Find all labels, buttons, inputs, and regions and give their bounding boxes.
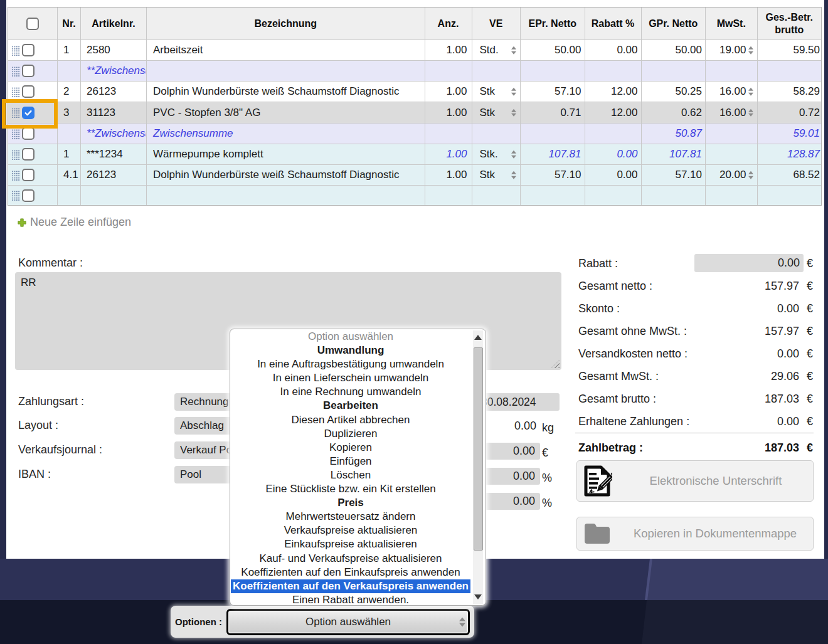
cell-mwst[interactable]: 16.00 (706, 82, 758, 102)
select-all-checkbox[interactable] (26, 18, 39, 30)
stepper-icon[interactable] (511, 88, 516, 96)
cell-art[interactable]: ***1234 (81, 144, 147, 164)
cell-mwst[interactable]: 20.00 (706, 165, 758, 185)
cell-ve[interactable]: Stk. (472, 144, 521, 164)
stepper-icon[interactable] (511, 108, 516, 117)
cell-nr[interactable]: 2 (58, 82, 81, 102)
insert-new-row-link[interactable]: Neue Zeile einfügen (18, 216, 131, 229)
dropdown-option[interactable]: Einkaufspreise aktualisieren (231, 537, 470, 551)
cell-ve[interactable]: Std. (472, 40, 521, 60)
cell-gpr[interactable]: 50.00 (642, 40, 706, 60)
cell-anz[interactable] (425, 61, 472, 81)
drag-handle-icon[interactable] (11, 66, 19, 77)
copy-to-document-folder-button[interactable]: Kopieren in Dokumentenmappe (576, 517, 814, 551)
cell-rab[interactable] (585, 124, 642, 144)
cell-epr[interactable] (521, 124, 585, 144)
cell-art[interactable]: 31123 (81, 102, 147, 123)
cell-ve[interactable]: Stk (472, 165, 521, 185)
cell-ve[interactable] (472, 61, 521, 81)
cell-art[interactable]: 2580 (81, 40, 147, 60)
dropdown-option-selected[interactable]: Koeffizienten auf den Verkaufspreis anwe… (231, 579, 470, 593)
cell-ges[interactable]: 59.01 (758, 124, 822, 144)
cell-mwst[interactable]: 19.00 (706, 40, 758, 60)
cell-rab[interactable] (585, 61, 642, 81)
cell-bez[interactable]: Zwischensumme (147, 124, 425, 144)
drag-handle-icon[interactable] (11, 87, 19, 97)
cell-anz[interactable]: 1.00 (425, 40, 472, 60)
cell-ges[interactable]: 59.50 (758, 40, 822, 60)
cell-art[interactable] (81, 186, 147, 205)
cell-anz[interactable]: 1.00 (425, 102, 472, 123)
stepper-icon[interactable] (511, 150, 516, 159)
cell-art[interactable]: **Zwischensumme** (81, 124, 147, 144)
drag-handle-icon[interactable] (11, 149, 19, 160)
cell-mwst[interactable]: 16.00 (706, 102, 758, 123)
cell-bez[interactable]: Arbeitszeit (147, 40, 425, 60)
cell-gpr[interactable] (642, 186, 706, 205)
row-checkbox[interactable] (22, 169, 34, 181)
cell-ges[interactable] (758, 186, 822, 205)
stepper-icon[interactable] (511, 46, 516, 55)
cell-mwst[interactable] (706, 61, 758, 81)
dropdown-option[interactable]: Eine Stückliste bzw. ein Kit erstellen (231, 482, 470, 496)
drag-handle-icon[interactable] (11, 129, 19, 139)
drag-handle-icon[interactable] (11, 170, 19, 181)
cell-nr[interactable] (58, 124, 81, 144)
dropdown-option[interactable]: Löschen (231, 468, 470, 482)
cell-epr[interactable]: 0.71 (521, 102, 585, 123)
dropdown-option[interactable]: Koeffizienten auf den Einkaufspreis anwe… (231, 566, 470, 579)
header-select-cell[interactable] (8, 8, 58, 40)
cell-ges[interactable]: 68.52 (758, 165, 822, 185)
cell-ges[interactable]: 58.29 (758, 82, 822, 102)
cell-mwst[interactable] (706, 144, 758, 164)
dropdown-option[interactable]: Einfügen (231, 455, 470, 468)
cell-nr[interactable] (58, 186, 81, 205)
rabatt-input[interactable]: 0.00 (694, 254, 804, 272)
cell-mwst[interactable] (706, 124, 758, 144)
cell-rab[interactable]: 12.00 (585, 102, 642, 123)
cell-rab[interactable]: 0.00 (585, 165, 642, 185)
cell-art[interactable]: 26123 (81, 165, 147, 185)
dropdown-scrollbar[interactable] (473, 330, 483, 604)
row-checkbox[interactable] (22, 189, 34, 202)
cell-rab[interactable]: 12.00 (585, 82, 642, 102)
cell-ges[interactable] (758, 61, 822, 81)
dropdown-option[interactable]: Mehrwertsteuersatz ändern (231, 510, 470, 524)
cell-mwst[interactable] (706, 186, 758, 205)
dropdown-option[interactable]: Kauf- und Verkaufspreise aktualisieren (231, 552, 470, 566)
row-checkbox[interactable] (22, 127, 34, 140)
cell-epr[interactable]: 57.10 (521, 82, 585, 102)
cell-bez[interactable]: Wärmepumpe komplett (147, 144, 425, 164)
cell-ve[interactable] (472, 124, 521, 144)
cell-ges[interactable]: 128.87 (758, 144, 822, 164)
options-select[interactable]: Option auswählen (226, 609, 470, 635)
dropdown-option[interactable]: Option auswählen (231, 330, 470, 344)
cell-art[interactable]: **Zwischensumme** (81, 61, 147, 81)
row-checkbox[interactable] (22, 148, 34, 161)
row-checkbox[interactable] (22, 65, 34, 77)
drag-handle-icon[interactable] (11, 190, 19, 201)
stepper-icon[interactable] (511, 171, 516, 179)
cell-epr[interactable] (521, 61, 585, 81)
row-checkbox[interactable] (22, 44, 34, 56)
cell-rab[interactable]: 0.00 (585, 144, 642, 164)
cell-epr[interactable] (521, 186, 585, 205)
cell-nr[interactable]: 3 (58, 102, 81, 123)
cell-bez[interactable]: PVC - Stopfen 3/8" AG (147, 102, 425, 123)
cell-epr[interactable]: 107.81 (521, 144, 585, 164)
dropdown-option[interactable]: In einen Lieferschein umwandeln (231, 371, 470, 385)
scroll-down-icon[interactable] (473, 590, 483, 604)
cell-bez[interactable]: Dolphin Wunderbürste weiß Schaumstoff Di… (147, 82, 425, 102)
row-checkbox[interactable] (22, 85, 34, 98)
dropdown-option[interactable]: In eine Auftragsbestätigung umwandeln (231, 357, 470, 371)
cell-gpr[interactable]: 107.81 (642, 144, 706, 164)
cell-gpr[interactable]: 0.62 (642, 102, 706, 123)
dropdown-option[interactable]: Kopieren (231, 441, 470, 455)
cell-epr[interactable]: 50.00 (521, 40, 585, 60)
dropdown-option[interactable]: Einen Rabatt anwenden. (231, 593, 470, 607)
dropdown-option[interactable]: In eine Rechnung umwandeln (231, 385, 470, 399)
cell-art[interactable]: 26123 (81, 82, 147, 102)
cell-gpr[interactable]: 50.87 (642, 124, 706, 144)
cell-bez[interactable] (147, 61, 425, 81)
stepper-icon[interactable] (748, 46, 753, 55)
